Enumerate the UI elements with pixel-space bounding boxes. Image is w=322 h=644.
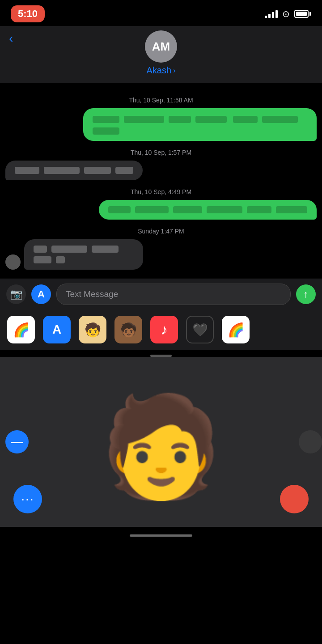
- blurred-text: [207, 206, 242, 213]
- appstore-app-icon[interactable]: A: [43, 316, 71, 343]
- home-bar: [130, 534, 192, 537]
- blurred-text: [276, 206, 307, 213]
- chat-header: ‹ AM Akash ›: [0, 26, 322, 83]
- received-bubble: [5, 161, 143, 180]
- home-indicator: [0, 527, 322, 544]
- memoji-face: 🧑: [100, 397, 223, 496]
- music-icon: ♪: [161, 322, 168, 338]
- status-time: 5:10: [11, 5, 45, 22]
- message-input[interactable]: Text Message: [56, 284, 291, 305]
- side-right-shadow: [299, 430, 322, 453]
- hearts-icon: 🖤: [192, 322, 208, 337]
- blurred-text: [247, 206, 271, 213]
- blurred-text: [169, 116, 191, 123]
- timestamp-4: Sunday 1:47 PM: [5, 228, 317, 235]
- memoji1-app-icon[interactable]: 🧒: [79, 316, 106, 343]
- record-button[interactable]: [280, 485, 309, 513]
- contact-avatar[interactable]: AM: [145, 30, 177, 63]
- camera-icon: 📷: [10, 288, 22, 300]
- status-icons: ⊙: [265, 8, 311, 19]
- message-bubble-row: [5, 108, 317, 141]
- blurred-text: [15, 167, 39, 174]
- blurred-text: [51, 246, 87, 253]
- send-button[interactable]: ↑: [296, 284, 316, 304]
- photos2-icon: 🌈: [228, 322, 244, 338]
- blurred-text: [124, 116, 164, 123]
- blurred-text: [173, 206, 202, 213]
- photos-icon: 🌈: [13, 322, 30, 338]
- back-button[interactable]: ‹: [9, 31, 13, 46]
- blurred-text: [84, 167, 111, 174]
- bubble-content: [13, 166, 135, 175]
- message-bubble-row: [5, 200, 317, 220]
- memoji2-icon: 🧒🏾: [120, 322, 137, 338]
- blurred-text: [44, 167, 80, 174]
- blurred-text: [34, 246, 47, 253]
- camera-button[interactable]: 📷: [6, 284, 26, 304]
- bubble-content: [91, 114, 309, 136]
- input-bar: 📷 A Text Message ↑: [0, 279, 322, 309]
- messages-area: Thu, 10 Sep, 11:58 AM Thu, 10 Sep, 1:57 …: [0, 83, 322, 279]
- battery-icon: [294, 10, 311, 18]
- timestamp-3: Thu, 10 Sep, 4:49 PM: [5, 188, 317, 195]
- blurred-text: [233, 116, 258, 123]
- more-icon: ···: [21, 492, 34, 506]
- bubble-content: [32, 245, 135, 264]
- send-icon: ↑: [303, 288, 309, 301]
- more-button[interactable]: ···: [13, 485, 42, 513]
- contact-name[interactable]: Akash ›: [147, 65, 176, 76]
- blurred-text: [135, 206, 169, 213]
- appstore-icon: A: [38, 288, 45, 300]
- blurred-text: [108, 206, 131, 213]
- blurred-text: [262, 116, 298, 123]
- blurred-text: [92, 246, 119, 253]
- message-bubble-row: [5, 239, 317, 270]
- status-bar: 5:10 ⊙: [0, 0, 322, 26]
- received-with-avatar: [5, 239, 164, 270]
- photos-app-icon[interactable]: 🌈: [7, 316, 35, 343]
- dash-icon: —: [11, 435, 23, 449]
- timestamp-1: Thu, 10 Sep, 11:58 AM: [5, 97, 317, 104]
- app-store-button[interactable]: A: [31, 284, 51, 304]
- memoji2-app-icon[interactable]: 🧒🏾: [114, 316, 142, 343]
- blurred-text: [34, 256, 51, 263]
- bubble-content: [107, 205, 309, 214]
- blurred-text: [93, 116, 119, 123]
- timestamp-2: Thu, 10 Sep, 1:57 PM: [5, 149, 317, 156]
- side-left-button[interactable]: —: [5, 430, 29, 453]
- message-bubble-row: [5, 161, 317, 180]
- blurred-text: [115, 167, 133, 174]
- appstore-icon: A: [52, 322, 61, 337]
- music-app-icon[interactable]: ♪: [150, 316, 178, 343]
- blurred-text: [56, 256, 65, 263]
- sent-bubble: [83, 108, 317, 141]
- blurred-text: [195, 116, 227, 123]
- memoji-area: — 🧑 ···: [0, 357, 322, 527]
- app-picker-bar: 🌈 A 🧒 🧒🏾 ♪ 🖤 🌈: [0, 309, 322, 350]
- signal-icon: [265, 10, 278, 18]
- wifi-icon: ⊙: [282, 8, 290, 19]
- sent-bubble: [99, 200, 317, 220]
- received-bubble: [24, 239, 143, 270]
- blurred-text: [93, 127, 119, 135]
- photos2-app-icon[interactable]: 🌈: [222, 316, 250, 343]
- chevron-right-icon: ›: [173, 67, 175, 75]
- memoji1-icon: 🧒: [85, 322, 101, 338]
- input-placeholder: Text Message: [66, 289, 118, 299]
- hearts-app-icon[interactable]: 🖤: [186, 316, 214, 343]
- sender-avatar: [5, 254, 21, 270]
